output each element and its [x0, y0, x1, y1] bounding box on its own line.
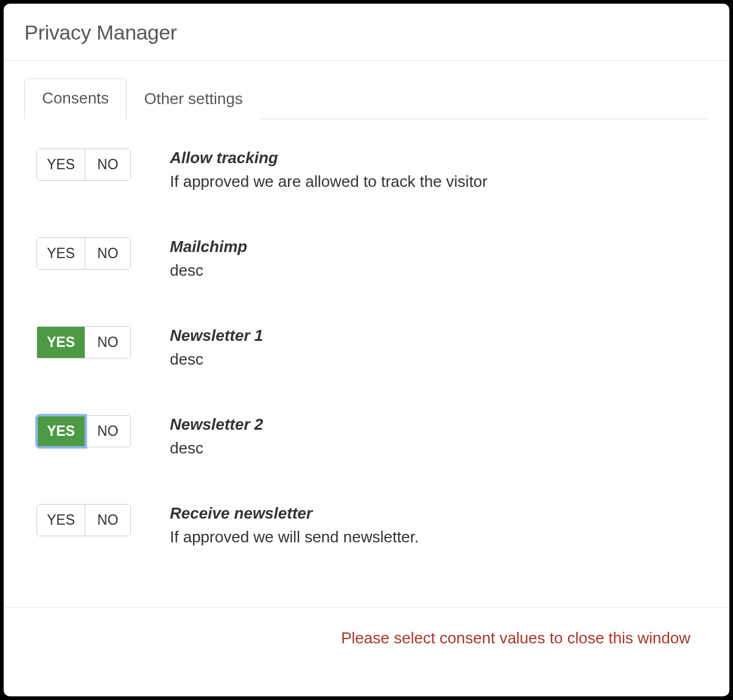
toggle-no-button[interactable]: NO: [85, 327, 130, 358]
consent-title: Mailchimp: [170, 237, 247, 256]
consent-row-receive-newsletter: YES NO Receive newsletter If approved we…: [37, 504, 709, 547]
modal-title: Privacy Manager: [24, 21, 709, 44]
consents-list: YES NO Allow tracking If approved we are…: [24, 149, 709, 547]
toggle-yes-button[interactable]: YES: [37, 505, 85, 536]
toggle-yes-button[interactable]: YES: [37, 416, 85, 447]
consent-text: Allow tracking If approved we are allowe…: [170, 149, 488, 191]
consent-title: Newsletter 1: [170, 326, 263, 345]
tab-bar: Consents Other settings: [24, 78, 709, 119]
modal-body: Consents Other settings YES NO Allow tra…: [4, 61, 729, 607]
consent-title: Newsletter 2: [170, 415, 263, 434]
consent-text: Receive newsletter If approved we will s…: [170, 504, 419, 547]
consent-title: Allow tracking: [170, 149, 488, 167]
toggle-receive-newsletter: YES NO: [37, 504, 131, 536]
toggle-allow-tracking: YES NO: [37, 149, 131, 181]
toggle-no-button[interactable]: NO: [85, 416, 130, 447]
consent-text: Newsletter 2 desc: [170, 415, 263, 458]
consent-title: Receive newsletter: [170, 504, 419, 523]
consent-text: Newsletter 1 desc: [170, 326, 263, 369]
consent-row-newsletter-1: YES NO Newsletter 1 desc: [37, 326, 709, 369]
toggle-yes-button[interactable]: YES: [37, 149, 85, 180]
consent-desc: desc: [170, 261, 247, 280]
consent-text: Mailchimp desc: [170, 237, 247, 280]
modal-header: Privacy Manager: [4, 4, 729, 60]
privacy-manager-modal: Privacy Manager Consents Other settings …: [4, 4, 729, 696]
modal-footer: Please select consent values to close th…: [4, 607, 729, 696]
toggle-no-button[interactable]: NO: [85, 238, 130, 269]
consent-desc: If approved we are allowed to track the …: [170, 172, 488, 191]
toggle-yes-button[interactable]: YES: [37, 238, 85, 269]
consent-row-allow-tracking: YES NO Allow tracking If approved we are…: [37, 149, 709, 191]
footer-message: Please select consent values to close th…: [341, 629, 690, 647]
toggle-yes-button[interactable]: YES: [37, 327, 85, 358]
toggle-mailchimp: YES NO: [37, 237, 131, 270]
tab-consents[interactable]: Consents: [24, 79, 127, 119]
toggle-no-button[interactable]: NO: [85, 505, 130, 536]
consent-row-newsletter-2: YES NO Newsletter 2 desc: [37, 415, 709, 458]
consent-row-mailchimp: YES NO Mailchimp desc: [37, 237, 709, 280]
toggle-no-button[interactable]: NO: [85, 149, 130, 180]
toggle-newsletter-2: YES NO: [37, 415, 131, 447]
toggle-newsletter-1: YES NO: [37, 326, 131, 359]
consent-desc: desc: [170, 350, 263, 369]
tab-other-settings[interactable]: Other settings: [127, 79, 261, 119]
consent-desc: desc: [170, 439, 263, 458]
consent-desc: If approved we will send newsletter.: [170, 528, 419, 547]
